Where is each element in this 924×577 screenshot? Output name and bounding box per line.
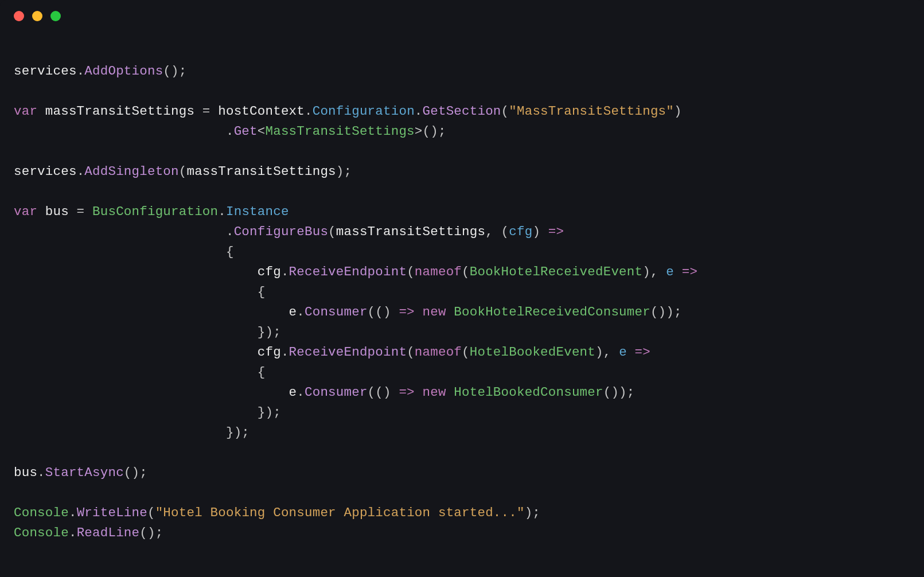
code-token: , ( bbox=[485, 224, 509, 239]
code-token: ( bbox=[462, 345, 470, 360]
code-token bbox=[674, 264, 682, 279]
code-token: cfg bbox=[258, 345, 281, 360]
code-token: cfg bbox=[258, 264, 281, 279]
code-line: { bbox=[14, 282, 910, 302]
code-token: e bbox=[619, 345, 627, 360]
code-token: }); bbox=[14, 325, 281, 340]
code-editor[interactable]: services.AddOptions(); var massTransitSe… bbox=[0, 32, 924, 557]
code-token: nameof bbox=[415, 264, 462, 279]
code-token bbox=[14, 345, 258, 360]
code-line: services.AddSingleton(massTransitSetting… bbox=[14, 162, 910, 182]
code-line: .ConfigureBus(massTransitSettings, (cfg)… bbox=[14, 222, 910, 242]
code-token: => bbox=[682, 264, 697, 279]
code-token: . bbox=[281, 264, 289, 279]
code-token: e bbox=[289, 305, 297, 319]
code-token: Consumer bbox=[305, 305, 368, 319]
code-token: . bbox=[77, 164, 85, 179]
code-token bbox=[37, 204, 45, 219]
code-token: WriteLine bbox=[77, 505, 147, 520]
code-line: var bus = BusConfiguration.Instance bbox=[14, 202, 910, 222]
code-line: }); bbox=[14, 423, 910, 443]
code-token: (); bbox=[124, 465, 147, 480]
code-token: => bbox=[399, 305, 414, 319]
code-token: { bbox=[14, 365, 265, 380]
window-titlebar bbox=[0, 0, 924, 32]
code-token bbox=[446, 385, 454, 400]
code-token: . bbox=[305, 104, 313, 119]
code-token: => bbox=[399, 385, 414, 400]
code-line bbox=[14, 81, 910, 102]
code-token bbox=[37, 104, 45, 119]
code-token: "MassTransitSettings" bbox=[509, 104, 674, 119]
code-token: e bbox=[666, 264, 674, 279]
code-token: . bbox=[77, 64, 85, 79]
close-icon[interactable] bbox=[14, 11, 24, 21]
code-token: ReadLine bbox=[77, 525, 140, 540]
code-token: Configuration bbox=[313, 104, 415, 119]
code-line bbox=[14, 41, 910, 61]
code-window: services.AddOptions(); var massTransitSe… bbox=[0, 0, 924, 577]
code-token: >(); bbox=[415, 124, 446, 139]
code-line: }); bbox=[14, 403, 910, 423]
code-token: AddSingleton bbox=[84, 164, 178, 179]
code-token: (); bbox=[139, 525, 163, 540]
code-token bbox=[627, 345, 635, 360]
code-token: }); bbox=[14, 405, 281, 420]
code-line: bus.StartAsync(); bbox=[14, 463, 910, 483]
code-token: ), bbox=[595, 345, 619, 360]
code-token: massTransitSettings bbox=[186, 164, 336, 179]
code-token: ( bbox=[407, 345, 415, 360]
code-token bbox=[14, 264, 258, 279]
code-line: var massTransitSettings = hostContext.Co… bbox=[14, 102, 910, 122]
code-line: .Get<MassTransitSettings>(); bbox=[14, 122, 910, 142]
code-line: e.Consumer(() => new HotelBookedConsumer… bbox=[14, 383, 910, 403]
code-token: BookHotelReceivedConsumer bbox=[454, 305, 650, 319]
minimize-icon[interactable] bbox=[32, 11, 42, 21]
code-line: Console.ReadLine(); bbox=[14, 523, 910, 543]
code-token: ( bbox=[501, 104, 509, 119]
code-token: ReceiveEndpoint bbox=[289, 345, 407, 360]
code-token: new bbox=[423, 385, 446, 400]
zoom-icon[interactable] bbox=[50, 11, 61, 21]
code-line: { bbox=[14, 362, 910, 383]
code-token: ); bbox=[336, 164, 352, 179]
code-token: massTransitSettings bbox=[336, 224, 485, 239]
code-token: ()); bbox=[650, 305, 682, 319]
code-token: hostContext bbox=[218, 104, 305, 119]
code-token: ()); bbox=[603, 385, 635, 400]
code-token: Consumer bbox=[305, 385, 368, 400]
code-token: services bbox=[14, 164, 77, 179]
code-token: (() bbox=[368, 305, 399, 319]
code-token: ), bbox=[642, 264, 666, 279]
code-token: . bbox=[297, 385, 305, 400]
code-token: Get bbox=[234, 124, 258, 139]
code-token: var bbox=[14, 204, 37, 219]
code-token: . bbox=[14, 124, 234, 139]
code-token bbox=[415, 305, 423, 319]
code-token: . bbox=[14, 224, 234, 239]
code-token: ReceiveEndpoint bbox=[289, 264, 407, 279]
code-token: massTransitSettings bbox=[45, 104, 194, 119]
code-line: Console.WriteLine("Hotel Booking Consume… bbox=[14, 503, 910, 523]
code-token: Console bbox=[14, 525, 69, 540]
code-token: cfg bbox=[509, 224, 532, 239]
code-token: e bbox=[289, 385, 297, 400]
code-token: (); bbox=[163, 64, 186, 79]
code-token: nameof bbox=[415, 345, 462, 360]
code-token: => bbox=[548, 224, 564, 239]
code-token bbox=[14, 305, 289, 319]
code-token: new bbox=[423, 305, 446, 319]
code-token: HotelBookedEvent bbox=[470, 345, 595, 360]
code-token: MassTransitSettings bbox=[265, 124, 414, 139]
code-token: services bbox=[14, 64, 77, 79]
code-token: "Hotel Booking Consumer Application star… bbox=[155, 505, 525, 520]
code-token: . bbox=[281, 345, 289, 360]
code-token: . bbox=[69, 525, 77, 540]
code-token: < bbox=[258, 124, 266, 139]
code-token: { bbox=[14, 244, 234, 259]
code-line bbox=[14, 443, 910, 463]
code-token: Instance bbox=[226, 204, 289, 219]
code-token: BookHotelReceivedEvent bbox=[470, 264, 642, 279]
code-token: BusConfiguration bbox=[92, 204, 218, 219]
code-line bbox=[14, 182, 910, 202]
